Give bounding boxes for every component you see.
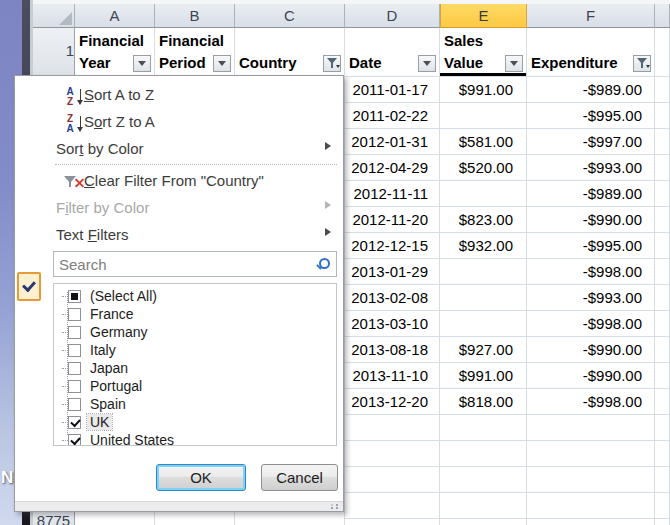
cell-expenditure[interactable]: -$998.00 [527, 389, 655, 415]
column-letter-c[interactable]: C [235, 4, 345, 28]
cell-date[interactable] [345, 493, 440, 519]
cell-expenditure[interactable]: -$990.00 [527, 207, 655, 233]
cell[interactable] [655, 77, 670, 103]
cell-date[interactable] [345, 467, 440, 493]
cell[interactable] [655, 233, 670, 259]
resize-grip-icon[interactable] [336, 504, 338, 506]
column-letter-b[interactable]: B [155, 4, 235, 28]
cell-expenditure[interactable] [527, 441, 655, 467]
filter-dropdown-button-d[interactable] [418, 55, 436, 72]
cell-expenditure[interactable]: -$998.00 [527, 311, 655, 337]
cell-date[interactable] [345, 441, 440, 467]
cell-date[interactable]: 2013-12-20 [345, 389, 440, 415]
filter-applied-button-f[interactable] [633, 55, 651, 72]
cell-date[interactable]: 2012-04-29 [345, 155, 440, 181]
header-cell-country[interactable]: Country [235, 28, 345, 77]
filter-list-item-italy[interactable]: Italy [54, 341, 336, 359]
cell-date[interactable] [345, 519, 440, 525]
cell[interactable] [655, 259, 670, 285]
filter-applied-button-c[interactable] [323, 55, 341, 72]
menu-item-sort-by-color[interactable]: Sort by Color [15, 135, 343, 162]
cell[interactable] [235, 512, 345, 525]
cell-sales[interactable] [440, 285, 527, 311]
checkbox[interactable] [68, 326, 81, 339]
cell-sales[interactable]: $818.00 [440, 389, 527, 415]
cell-date[interactable]: 2012-01-31 [345, 129, 440, 155]
cell-sales[interactable] [440, 467, 527, 493]
filter-dropdown-button-e[interactable] [505, 55, 523, 72]
menu-item-sort-z-to-a[interactable]: ZASort Z to A [15, 108, 343, 135]
cell-sales[interactable]: $991.00 [440, 363, 527, 389]
cell-expenditure[interactable]: -$993.00 [527, 285, 655, 311]
filter-list-item-spain[interactable]: Spain [54, 395, 336, 413]
cell-sales[interactable] [440, 311, 527, 337]
cell-expenditure[interactable] [527, 467, 655, 493]
column-letter-d[interactable]: D [345, 4, 440, 28]
cell-expenditure[interactable] [527, 519, 655, 525]
cell-sales[interactable] [440, 181, 527, 207]
cell[interactable] [655, 103, 670, 129]
cell[interactable] [655, 415, 670, 441]
cell-sales[interactable] [440, 103, 527, 129]
cell-expenditure[interactable]: -$990.00 [527, 363, 655, 389]
search-input[interactable] [54, 252, 336, 276]
header-cell-sales-value[interactable]: SalesValue [440, 28, 527, 77]
header-cell-financial-year[interactable]: FinancialYear [75, 28, 155, 77]
row-header[interactable]: 1 [33, 28, 75, 77]
cell-date[interactable]: 2012-11-20 [345, 207, 440, 233]
cell-date[interactable]: 2013-03-10 [345, 311, 440, 337]
checkbox[interactable] [68, 380, 81, 393]
filter-list-item-uk[interactable]: UK [54, 413, 336, 431]
header-cell-expenditure[interactable]: Expenditure [527, 28, 655, 77]
cell[interactable] [655, 129, 670, 155]
cell-sales[interactable] [440, 519, 527, 525]
header-cell-date[interactable]: Date [345, 28, 440, 77]
checkbox[interactable] [68, 362, 81, 375]
cell-date[interactable] [345, 415, 440, 441]
cell-sales[interactable]: $932.00 [440, 233, 527, 259]
cell[interactable] [655, 389, 670, 415]
cell-expenditure[interactable]: -$989.00 [527, 181, 655, 207]
cell-expenditure[interactable]: -$997.00 [527, 129, 655, 155]
cell-sales[interactable] [440, 493, 527, 519]
filter-dropdown-button-a[interactable] [133, 55, 151, 72]
cell-expenditure[interactable] [527, 415, 655, 441]
cell-date[interactable]: 2011-02-22 [345, 103, 440, 129]
header-cell-financial-period[interactable]: FinancialPeriod [155, 28, 235, 77]
checkbox[interactable] [68, 308, 81, 321]
cell[interactable] [75, 512, 155, 525]
checkbox[interactable] [68, 434, 81, 447]
cell-sales[interactable]: $991.00 [440, 77, 527, 103]
cell-expenditure[interactable]: -$995.00 [527, 233, 655, 259]
ok-button[interactable]: OK [156, 464, 246, 491]
menu-item-sort-a-to-z[interactable]: AZSort A to Z [15, 81, 343, 108]
filter-list-item-germany[interactable]: Germany [54, 323, 336, 341]
select-all-corner[interactable] [33, 4, 75, 28]
floating-check-button[interactable] [17, 272, 41, 301]
cell-expenditure[interactable]: -$995.00 [527, 103, 655, 129]
filter-list-item-japan[interactable]: Japan [54, 359, 336, 377]
filter-dropdown-button-b[interactable] [213, 55, 231, 72]
menu-item-text-filters[interactable]: Text Filters [15, 221, 343, 248]
cancel-button[interactable]: Cancel [261, 464, 338, 491]
cell-sales[interactable]: $581.00 [440, 129, 527, 155]
cell[interactable] [655, 311, 670, 337]
cell-sales[interactable] [440, 441, 527, 467]
filter-list-item-france[interactable]: France [54, 305, 336, 323]
menu-item-clear-filter[interactable]: Clear Filter From "Country" [15, 167, 343, 194]
cell-sales[interactable]: $927.00 [440, 337, 527, 363]
checkbox[interactable] [68, 290, 81, 303]
column-letter-f[interactable]: F [527, 4, 655, 28]
cell-date[interactable]: 2013-02-08 [345, 285, 440, 311]
filter-list-item-portugal[interactable]: Portugal [54, 377, 336, 395]
checkbox[interactable] [68, 416, 81, 429]
cell[interactable] [655, 285, 670, 311]
cell-date[interactable]: 2013-01-29 [345, 259, 440, 285]
cell-expenditure[interactable]: -$998.00 [527, 259, 655, 285]
row-header[interactable]: 8775 [33, 512, 75, 525]
cell-sales[interactable] [440, 259, 527, 285]
header-cell-empty[interactable] [655, 28, 670, 77]
cell-date[interactable]: 2012-11-11 [345, 181, 440, 207]
cell-expenditure[interactable] [527, 493, 655, 519]
checkbox[interactable] [68, 398, 81, 411]
